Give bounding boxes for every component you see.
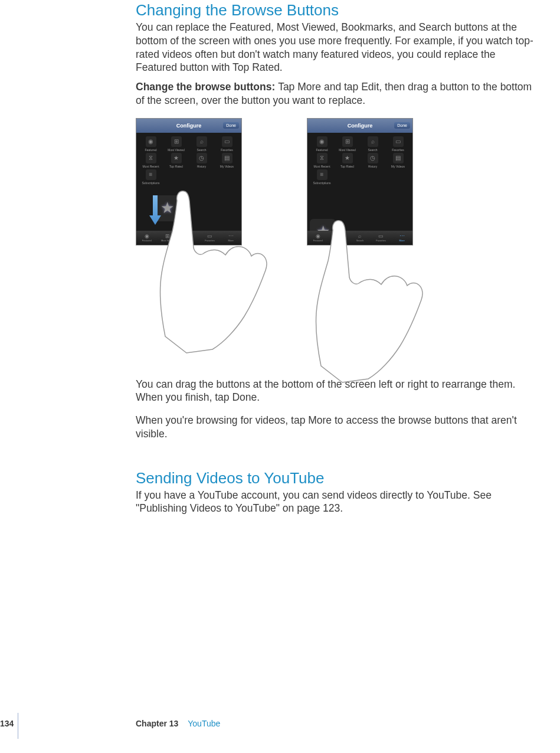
- grid-search: ⌕Search: [189, 136, 214, 152]
- nav-title: Configure: [176, 123, 202, 129]
- subscriptions-icon: ≡: [146, 169, 156, 180]
- grid-mostrecent: ⧖Most Recent: [139, 153, 163, 168]
- chapter-title: YouTube: [188, 719, 220, 728]
- mostviewed-icon: ⊞: [171, 136, 182, 147]
- mostrecent-icon: ⧖: [317, 153, 328, 163]
- grid-myvideos-2: ▤My Videos: [386, 153, 410, 168]
- grid-mostviewed: ⊞Most Viewed: [164, 136, 188, 152]
- grid-history-2: ◷History: [361, 153, 385, 168]
- hand-icon-1: [159, 183, 271, 354]
- chapter-ref: Chapter 13 YouTube: [136, 719, 220, 728]
- done-button: Done: [223, 122, 239, 129]
- history-icon: ◷: [197, 153, 207, 163]
- grid-mostrecent-2: ⧖Most Recent: [310, 153, 334, 168]
- grid-history: ◷History: [189, 153, 214, 168]
- toprated-icon: ★: [171, 153, 182, 163]
- phone-figure-1: Configure Done ◉Featured ⊞Most Viewed ⌕S…: [136, 118, 283, 354]
- nav-bar-2: Configure Done: [307, 119, 412, 133]
- intro-paragraph: You can replace the Featured, Most Viewe…: [136, 21, 537, 74]
- after-figure-2: When you're browsing for videos, tap Mor…: [136, 414, 537, 441]
- mostviewed-icon: ⊞: [342, 136, 353, 147]
- search-icon: ⌕: [197, 136, 207, 147]
- phone-figure-2: Configure Done ◉Featured ⊞Most Viewed ⌕S…: [307, 118, 454, 354]
- chapter-number: Chapter 13: [136, 719, 178, 728]
- footer-rule: [18, 713, 18, 739]
- instruction-label: Change the browse buttons:: [136, 81, 278, 93]
- grid-featured: ◉Featured: [139, 136, 163, 152]
- nav-bar: Configure Done: [136, 119, 241, 133]
- history-icon: ◷: [368, 153, 378, 163]
- mostrecent-icon: ⧖: [146, 153, 156, 163]
- grid-featured-2: ◉Featured: [310, 136, 334, 152]
- featured-icon: ◉: [146, 136, 156, 147]
- done-button-2: Done: [394, 122, 410, 129]
- youtube-paragraph: If you have a YouTube account, you can s…: [136, 489, 537, 516]
- section-heading-browse: Changing the Browse Buttons: [136, 1, 537, 19]
- grid-search-2: ⌕Search: [361, 136, 385, 152]
- tab-featured: ◉Featured: [136, 231, 158, 245]
- icon-grid: ◉Featured ⊞Most Viewed ⌕Search ▭Favorite…: [136, 133, 241, 188]
- grid-mostviewed-2: ⊞Most Viewed: [335, 136, 359, 152]
- figure-container: Configure Done ◉Featured ⊞Most Viewed ⌕S…: [136, 118, 537, 354]
- favorites-icon: ▭: [393, 136, 404, 147]
- featured-icon: ◉: [317, 136, 328, 147]
- footer: 134 Chapter 13 YouTube: [0, 719, 560, 733]
- grid-subscriptions-2: ≡Subscriptions: [310, 169, 334, 185]
- page-number: 134: [0, 719, 14, 728]
- hand-icon-2: [315, 212, 427, 384]
- grid-favorites: ▭Favorites: [215, 136, 239, 152]
- icon-grid-2: ◉Featured ⊞Most Viewed ⌕Search ▭Favorite…: [307, 133, 412, 188]
- search-icon: ⌕: [368, 136, 378, 147]
- myvideos-icon: ▤: [222, 153, 232, 163]
- nav-title-2: Configure: [348, 123, 373, 129]
- favorites-icon: ▭: [222, 136, 232, 147]
- section-heading-youtube: Sending Videos to YouTube: [136, 469, 537, 487]
- grid-toprated-2: ★Top Rated: [335, 153, 359, 168]
- subscriptions-icon: ≡: [317, 169, 328, 180]
- toprated-icon: ★: [342, 153, 353, 163]
- grid-myvideos: ▤My Videos: [215, 153, 239, 168]
- grid-toprated: ★Top Rated: [164, 153, 188, 168]
- instruction-paragraph: Change the browse buttons: Tap More and …: [136, 80, 537, 107]
- myvideos-icon: ▤: [393, 153, 404, 163]
- grid-favorites-2: ▭Favorites: [386, 136, 410, 152]
